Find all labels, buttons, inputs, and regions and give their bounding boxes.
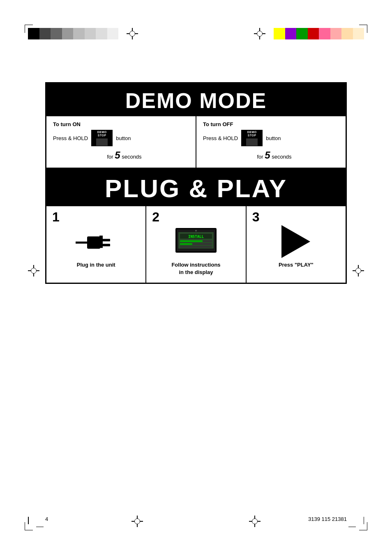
reg-line-left-vert-bot	[28, 517, 29, 524]
cb-right-5	[319, 28, 330, 39]
button-text-off: button	[266, 135, 281, 141]
cb-left-6	[85, 28, 96, 39]
step-2-num: 2	[152, 210, 159, 223]
crosshair-circle-right	[257, 31, 263, 37]
demo-stop-label-off: DEMO STOP	[242, 131, 261, 137]
demo-turn-on-section: To turn ON Press & HOLD DEMO STOP button…	[46, 116, 196, 168]
crosshair-top-right	[254, 28, 265, 39]
demo-mode-box: DEMO MODE To turn ON Press & HOLD DEMO S…	[45, 82, 347, 169]
step-3-num: 3	[252, 210, 260, 223]
step-2: 2 INSTALL	[146, 206, 246, 283]
cb-left-7	[96, 28, 107, 39]
svg-point-7	[195, 230, 197, 232]
demo-mode-title: DEMO MODE	[46, 83, 346, 116]
crosshair-top-left	[127, 28, 138, 39]
for-seconds-off: for 5 seconds	[257, 150, 291, 161]
crosshair-circle-mid-left	[31, 268, 37, 274]
turn-off-label: To turn OFF	[203, 121, 233, 127]
page-number: 4	[45, 516, 48, 522]
press-hold-row-on: Press & HOLD DEMO STOP button	[53, 130, 131, 146]
crosshair-circle-mid-right	[355, 268, 361, 274]
svg-rect-14	[180, 243, 192, 245]
step-1-num: 1	[52, 210, 60, 223]
cb-right-7	[341, 28, 353, 39]
svg-rect-1	[87, 237, 100, 249]
demo-stop-label-on: DEMO STOP	[92, 131, 111, 137]
main-content: DEMO MODE To turn ON Press & HOLD DEMO S…	[45, 82, 347, 284]
step-1: 1 Plug in the unit	[46, 206, 146, 283]
crosshair-bottom-right	[249, 516, 261, 527]
doc-number: 3139 115 21381	[308, 516, 347, 522]
plug-play-content: 1 Plug in the unit	[46, 206, 346, 283]
plug-play-box: PLUG & PLAY 1	[45, 169, 347, 284]
cb-left-1	[28, 28, 39, 39]
cb-left-4	[62, 28, 74, 39]
reg-line-left-bot	[36, 527, 44, 527]
corner-mark-bl	[25, 522, 33, 530]
plug-icon	[52, 225, 140, 258]
crosshair-circle	[129, 31, 135, 37]
play-icon	[252, 225, 340, 258]
step-2-label: Follow instructions in the display	[171, 261, 220, 276]
reg-line-right-vert-bot	[364, 517, 364, 524]
svg-rect-4	[99, 236, 103, 248]
cb-left-8	[107, 28, 119, 39]
svg-rect-12	[180, 240, 203, 242]
plug-play-title: PLUG & PLAY	[46, 169, 346, 206]
cb-left-2	[39, 28, 51, 39]
turn-on-label: To turn ON	[53, 121, 81, 127]
step-3-label: Press "PLAY"	[279, 261, 314, 269]
for-seconds-on: for 5 seconds	[107, 150, 141, 161]
crosshair-bottom-left	[131, 516, 143, 527]
press-hold-text-on: Press & HOLD	[53, 135, 88, 141]
demo-stop-button-on: DEMO STOP	[91, 130, 113, 146]
color-bar-left	[28, 28, 118, 39]
install-icon: INSTALL	[152, 225, 240, 258]
cb-right-8	[353, 28, 364, 39]
demo-stop-button-off: DEMO STOP	[241, 130, 263, 146]
demo-stop-square-off	[246, 138, 258, 146]
top-bar-area	[28, 28, 364, 39]
reg-line-right-bot	[348, 527, 356, 527]
cb-left-3	[51, 28, 62, 39]
step-3: 3 Press "PLAY"	[247, 206, 346, 283]
crosshair-mid-right	[353, 265, 364, 276]
cb-right-4	[308, 28, 319, 39]
press-hold-row-off: Press & HOLD DEMO STOP button	[203, 130, 281, 146]
cb-right-3	[296, 28, 308, 39]
crosshair-mid-left	[28, 265, 39, 276]
cb-right-1	[274, 28, 285, 39]
button-text-on: button	[116, 135, 131, 141]
step-1-label: Plug in the unit	[77, 261, 115, 269]
press-hold-text-off: Press & HOLD	[203, 135, 238, 141]
cb-right-6	[330, 28, 342, 39]
cb-left-5	[73, 28, 85, 39]
demo-mode-content: To turn ON Press & HOLD DEMO STOP button…	[46, 116, 346, 168]
demo-stop-square-on	[96, 138, 108, 146]
color-bar-right	[274, 28, 364, 39]
plug-svg	[76, 227, 117, 256]
demo-turn-off-section: To turn OFF Press & HOLD DEMO STOP butto…	[196, 116, 346, 168]
cb-right-2	[285, 28, 297, 39]
install-svg: INSTALL	[173, 227, 219, 256]
svg-text:INSTALL: INSTALL	[188, 235, 204, 239]
svg-rect-15	[180, 246, 212, 248]
crosshair-circle-bot-left	[134, 518, 140, 524]
crosshair-circle-bot-right	[252, 518, 258, 524]
play-triangle	[281, 225, 310, 258]
